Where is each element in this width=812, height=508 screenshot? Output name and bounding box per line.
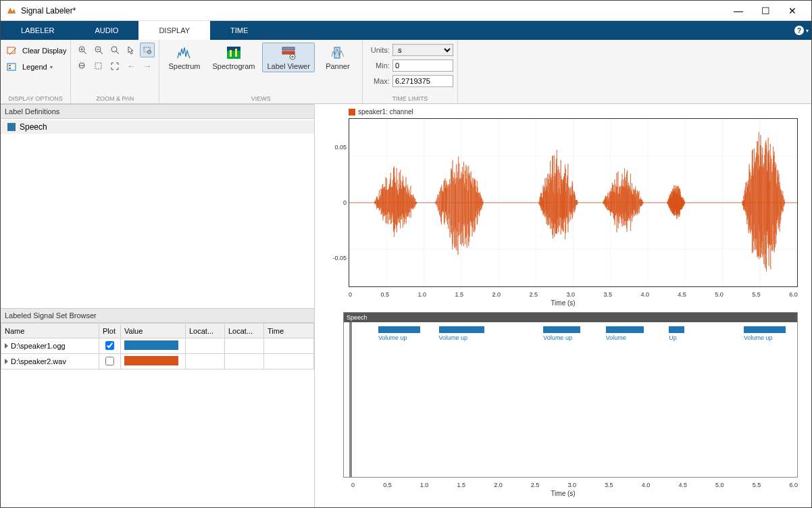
speech-segment[interactable] [543, 326, 580, 333]
svg-rect-24 [235, 49, 237, 57]
tab-display[interactable]: DISPLAY [138, 21, 210, 40]
label-definitions-header: Label Definitions [1, 104, 314, 119]
spectrum-button[interactable]: Spectrum [163, 43, 205, 72]
value-color-swatch [124, 356, 178, 365]
speech-segment-label: Volume up [543, 334, 572, 341]
next-icon[interactable]: → [140, 59, 155, 74]
maximize-button[interactable]: ☐ [752, 1, 779, 20]
legend-label[interactable]: Legend [22, 63, 47, 71]
spectrogram-button[interactable]: Spectrogram [208, 43, 260, 72]
zoom-xy-icon[interactable] [91, 59, 106, 74]
panner-icon [330, 45, 346, 61]
legend-icon[interactable] [5, 59, 20, 74]
zoom-in-icon[interactable] [75, 43, 90, 57]
col-name[interactable]: Name [1, 324, 99, 338]
speech-segment[interactable] [606, 326, 644, 333]
svg-rect-20 [95, 63, 101, 69]
spectrum-icon [176, 45, 193, 61]
clear-display-label[interactable]: Clear Display [22, 47, 66, 55]
panner-button[interactable]: Panner [318, 43, 358, 72]
svg-rect-16 [144, 47, 150, 52]
table-row[interactable]: D:\speaker1.ogg [1, 338, 314, 354]
legend-text: speaker1: channel [358, 108, 413, 116]
legend-dropdown-icon[interactable]: ▾ [50, 64, 53, 70]
max-label: Max: [367, 77, 390, 85]
svg-rect-23 [230, 50, 232, 57]
group-views: Spectrum Spectrogram Label Viewer Panner… [159, 40, 362, 103]
zoom-out-icon[interactable] [91, 43, 106, 57]
svg-rect-4 [7, 63, 16, 70]
legend-swatch [349, 109, 355, 116]
group-label-views: VIEWS [163, 95, 357, 102]
zoom-region-icon[interactable] [140, 43, 155, 57]
tab-labeler[interactable]: LABELER [1, 21, 75, 40]
signal-table: Name Plot Value Locat... Locat... Time D… [1, 323, 314, 370]
fit-view-icon[interactable] [107, 59, 122, 74]
right-pane: speaker1: channel 0.050-0.05 00.51.01.52… [315, 104, 811, 507]
speech-segment[interactable] [439, 326, 485, 333]
label-def-item-speech[interactable]: Speech [1, 120, 314, 134]
waveform-plot[interactable]: 0.050-0.05 [349, 118, 798, 287]
label-definitions-body: Speech [1, 119, 314, 308]
max-input[interactable] [392, 75, 453, 87]
label-viewer-xlabel: Time (s) [322, 490, 805, 497]
speech-segment[interactable] [744, 326, 786, 333]
spectrogram-icon [226, 45, 242, 61]
svg-rect-28 [334, 47, 340, 58]
tabstrip: LABELER AUDIO DISPLAY TIME ? ▾ [1, 21, 811, 40]
group-display-options: Clear Display Legend ▾ DISPLAY OPTIONS [1, 40, 71, 103]
value-color-swatch [124, 340, 178, 350]
waveform-xlabel: Time (s) [322, 299, 805, 307]
plot-checkbox[interactable] [105, 357, 114, 365]
speech-segment-label: Volume up [439, 334, 468, 341]
group-zoom-pan: ← → ZOOM & PAN [71, 40, 159, 103]
plot-checkbox[interactable] [105, 341, 114, 350]
col-location2[interactable]: Locat... [225, 324, 264, 338]
units-label: Units: [367, 46, 390, 54]
svg-rect-26 [282, 51, 295, 54]
units-select[interactable]: s [392, 44, 453, 56]
window-title: Signal Labeler* [21, 6, 725, 16]
titlebar: Signal Labeler* — ☐ ✕ [1, 1, 811, 21]
svg-rect-22 [227, 47, 240, 51]
svg-line-12 [100, 51, 103, 54]
group-time-limits: Units: s Min: Max: TIME LIMITS [363, 40, 458, 103]
zoom-x-icon[interactable] [75, 59, 90, 74]
pointer-icon[interactable] [124, 43, 138, 57]
group-label-zoom-pan: ZOOM & PAN [75, 95, 155, 102]
signal-browser-body: Name Plot Value Locat... Locat... Time D… [1, 323, 314, 507]
help-button[interactable]: ? ▾ [791, 21, 811, 40]
svg-line-15 [116, 51, 119, 54]
svg-point-14 [111, 47, 117, 52]
signal-browser-header: Labeled Signal Set Browser [1, 308, 314, 323]
speech-segment-label: Volume [606, 334, 626, 341]
ribbon: Clear Display Legend ▾ DISPLAY OPTIONS [1, 40, 811, 104]
group-label-time-limits: TIME LIMITS [367, 95, 453, 102]
col-location[interactable]: Locat... [186, 324, 225, 338]
zoom-fit-icon[interactable] [107, 43, 122, 57]
app-logo-icon [6, 5, 17, 16]
close-button[interactable]: ✕ [779, 1, 806, 20]
minimize-button[interactable]: — [725, 1, 752, 20]
tab-audio[interactable]: AUDIO [75, 21, 139, 40]
col-plot[interactable]: Plot [99, 324, 121, 338]
svg-line-8 [84, 51, 86, 54]
speech-segment-label: Volume up [744, 334, 773, 341]
min-label: Min: [367, 61, 390, 70]
table-row[interactable]: D:\speaker2.wav [1, 354, 314, 370]
col-time[interactable]: Time [264, 324, 314, 338]
svg-text:?: ? [797, 27, 801, 34]
label-viewer-panel[interactable]: Speech Volume upVolume upVolume upVolume… [343, 312, 798, 478]
speech-segment[interactable] [378, 326, 420, 333]
clear-display-icon[interactable] [5, 43, 20, 58]
col-value[interactable]: Value [121, 324, 186, 338]
speech-segment-label: Up [669, 334, 677, 341]
left-pane: Label Definitions Speech Labeled Signal … [1, 104, 315, 507]
prev-icon[interactable]: ← [124, 59, 138, 74]
min-input[interactable] [392, 59, 453, 72]
svg-rect-25 [282, 47, 295, 50]
label-viewer-track-header: Speech [344, 313, 797, 322]
label-viewer-button[interactable]: Label Viewer [262, 43, 314, 72]
speech-segment[interactable] [669, 326, 684, 333]
tab-time[interactable]: TIME [210, 21, 268, 40]
